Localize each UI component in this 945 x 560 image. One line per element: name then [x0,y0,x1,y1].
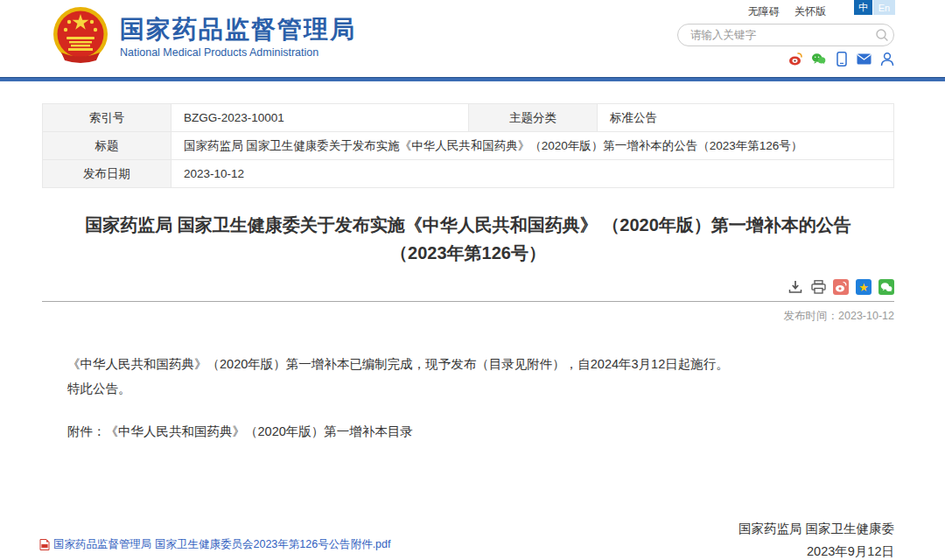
share-qzone-icon[interactable]: ★ [856,279,872,295]
site-header: 国家药品监督管理局 National Medical Products Admi… [0,0,945,77]
pdf-file-icon [39,539,50,550]
article-body: 《中华人民共和国药典》（2020年版）第一增补本已编制完成，现予发布（目录见附件… [42,352,894,401]
table-row: 标题 国家药监局 国家卫生健康委关于发布实施《中华人民共和国药典》（2020年版… [43,132,894,160]
publish-time-text: 发布时间：2023-10-12 [42,309,894,324]
index-number-value: BZGG-2023-10001 [172,104,469,132]
page-title: 国家药监局 国家卫生健康委关于发布实施《中华人民共和国药典》 （2020年版）第… [42,211,894,267]
lang-en-button[interactable]: En [873,0,895,15]
language-switch: 中 En [854,0,895,15]
site-title-block: 国家药品监督管理局 National Medical Products Admi… [120,16,356,59]
index-number-label: 索引号 [43,104,172,132]
page-title-line2: （2023年第126号） [42,239,894,267]
national-emblem-logo [52,7,108,65]
publish-date-label: 发布日期 [43,160,172,188]
body-paragraph: 特此公告。 [42,376,894,401]
topic-category-value: 标准公告 [598,104,894,132]
document-info-table: 索引号 BZGG-2023-10001 主题分类 标准公告 标题 国家药监局 国… [42,103,894,188]
table-row: 索引号 BZGG-2023-10001 主题分类 标准公告 [43,104,894,132]
body-paragraph: 《中华人民共和国药典》（2020年版）第一增补本已编制完成，现予发布（目录见附件… [42,352,894,376]
title-value: 国家药监局 国家卫生健康委关于发布实施《中华人民共和国药典》（2020年版）第一… [172,132,894,160]
attachment-download-row: 国家药品监督管理局 国家卫生健康委员会2023年第126号公告附件.pdf [39,537,391,552]
share-weibo-icon[interactable] [833,279,849,295]
attachment-reference: 附件：《中华人民共和国药典》（2020年版）第一增补本目录 [42,424,894,440]
accessibility-link[interactable]: 无障碍 [748,5,780,18]
share-wechat-icon[interactable] [878,279,894,295]
announcement-page: 索引号 BZGG-2023-10001 主题分类 标准公告 标题 国家药监局 国… [0,81,945,560]
publish-date-value: 2023-10-12 [172,160,894,188]
title-label: 标题 [43,132,172,160]
download-icon[interactable] [788,279,803,295]
table-row: 发布日期 2023-10-12 [43,160,894,188]
top-utility-links: 无障碍 关怀版 [736,4,826,19]
site-name-zh: 国家药品监督管理局 [120,16,356,44]
search-icon[interactable] [871,24,893,46]
lang-zh-button[interactable]: 中 [854,0,872,15]
wechat-icon[interactable] [811,52,826,66]
qzone-star-glyph: ★ [858,282,869,293]
attachment-pdf-link[interactable]: 国家药品监督管理局 国家卫生健康委员会2023年第126号公告附件.pdf [53,537,391,552]
user-icon[interactable] [879,52,894,66]
search-input[interactable] [678,29,871,41]
mobile-icon[interactable] [834,52,849,66]
print-icon[interactable] [810,279,826,295]
weibo-icon[interactable] [788,52,803,66]
header-social-icons [788,52,894,66]
mail-icon[interactable] [857,52,872,66]
topic-category-label: 主题分类 [469,104,598,132]
care-version-link[interactable]: 关怀版 [794,5,826,18]
article-toolbar: ★ [42,279,894,302]
search-box [677,24,894,46]
page-title-line1: 国家药监局 国家卫生健康委关于发布实施《中华人民共和国药典》 （2020年版）第… [42,211,894,239]
site-name-en: National Medical Products Administration [120,46,356,59]
